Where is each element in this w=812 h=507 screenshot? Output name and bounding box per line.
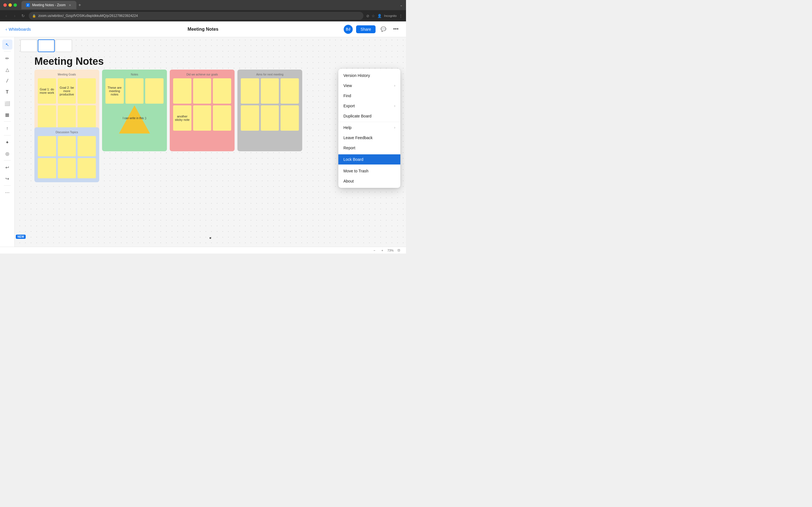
- menu-item-help[interactable]: Help ›: [338, 122, 400, 133]
- tab-close-button[interactable]: ✕: [68, 3, 72, 7]
- main-area: ↖ ✏ △ / T ⬜ ▦ ↑ ✦ ◎ ↩ ↪ ⋯ Meeting Notes: [0, 37, 406, 247]
- sticky-achieved-1[interactable]: [173, 78, 192, 104]
- sticky-notes-2[interactable]: [125, 78, 144, 104]
- new-tab-button[interactable]: +: [77, 2, 83, 8]
- frame-tool[interactable]: ⬜: [2, 98, 12, 108]
- sticky-goal-4[interactable]: [38, 105, 56, 131]
- more-options-button[interactable]: •••: [391, 25, 400, 34]
- sticky-aims-6[interactable]: [281, 105, 299, 131]
- card-thumb-2[interactable]: [38, 40, 55, 52]
- menu-item-view[interactable]: View ›: [338, 80, 400, 91]
- minimize-traffic-light[interactable]: [8, 3, 12, 7]
- header-right-actions: DJ Share 💬 •••: [344, 25, 400, 34]
- fit-to-screen-button[interactable]: ⊡: [396, 247, 402, 253]
- sticky-aims-4[interactable]: [241, 105, 259, 131]
- smart-tool[interactable]: ✦: [2, 137, 12, 147]
- sticky-disc-2[interactable]: [58, 136, 76, 156]
- section-achieved-label: Did we achieve our goals: [173, 73, 231, 76]
- section-discussion: Discussion Topics: [35, 127, 99, 182]
- triangle-sticky[interactable]: I can write in this :): [119, 105, 150, 133]
- sticky-achieved-3[interactable]: [213, 78, 231, 104]
- sticky-achieved-5[interactable]: [193, 105, 211, 131]
- sticky-disc-6[interactable]: [78, 158, 96, 178]
- sticky-disc-3[interactable]: [78, 136, 96, 156]
- sticky-notes-1[interactable]: These are meeting notes: [105, 78, 124, 104]
- traffic-lights: [3, 3, 17, 7]
- address-input[interactable]: 🔒 zoom.us/wb/doc/_GzqzfVOSIKu9apIdkkuMQ/…: [29, 12, 363, 20]
- menu-item-export[interactable]: Export ›: [338, 101, 400, 111]
- menu-item-leave-feedback[interactable]: Leave Feedback: [338, 133, 400, 143]
- sticky-goal-6[interactable]: [78, 105, 96, 131]
- browser-expand[interactable]: ⌄: [400, 3, 403, 7]
- active-tab[interactable]: Z Meeting Notes - Zoom ✕: [21, 1, 77, 9]
- menu-item-duplicate-board[interactable]: Duplicate Board: [338, 111, 400, 121]
- menu-feedback-label: Leave Feedback: [343, 135, 373, 140]
- upload-tool[interactable]: ↑: [2, 123, 12, 133]
- sticky-achieved-6[interactable]: [213, 105, 231, 131]
- sticky-disc-4[interactable]: [38, 158, 56, 178]
- share-button[interactable]: Share: [356, 25, 375, 33]
- text-tool[interactable]: T: [2, 87, 12, 97]
- profile-icon[interactable]: 👤: [377, 14, 382, 18]
- forward-button[interactable]: ›: [12, 13, 17, 18]
- sticky-achieved-2[interactable]: [193, 78, 211, 104]
- browser-chrome: Z Meeting Notes - Zoom ✕ + ⌄: [0, 0, 406, 10]
- sticky-goal-5[interactable]: [58, 105, 76, 131]
- menu-help-chevron: ›: [394, 126, 395, 129]
- sticky-aims-2[interactable]: [261, 78, 279, 104]
- sticky-notes-3[interactable]: [145, 78, 163, 104]
- close-traffic-light[interactable]: [3, 3, 7, 7]
- line-tool[interactable]: /: [2, 76, 12, 86]
- menu-separator-2: [338, 154, 400, 154]
- url-text: zoom.us/wb/doc/_GzqzfVOSIKu9apIdkkuMQ/p/…: [38, 14, 138, 18]
- sticky-disc-1[interactable]: [38, 136, 56, 156]
- back-to-whiteboards[interactable]: ‹ Whiteboards: [6, 27, 31, 32]
- card-thumb-3[interactable]: [55, 40, 72, 52]
- sticky-aims-3[interactable]: [281, 78, 299, 104]
- redo-button[interactable]: ↪: [2, 173, 12, 184]
- zoom-out-button[interactable]: −: [371, 247, 377, 253]
- tab-favicon: Z: [26, 3, 30, 7]
- menu-item-find[interactable]: Find: [338, 91, 400, 101]
- select-tool[interactable]: ↖: [2, 40, 12, 50]
- toolbar-separator-3: [4, 135, 11, 135]
- bottom-bar: − + 73% ⊡: [0, 247, 406, 253]
- menu-export-label: Export: [343, 104, 355, 108]
- cast-icon[interactable]: ⊘: [366, 14, 369, 18]
- bookmark-icon[interactable]: ☆: [371, 14, 375, 18]
- canvas-area[interactable]: Meeting Notes Meeting Goals Goal 1: do m…: [15, 37, 406, 247]
- zoom-level[interactable]: 73%: [388, 249, 394, 252]
- comments-button[interactable]: 💬: [379, 25, 388, 34]
- menu-item-report[interactable]: Report: [338, 143, 400, 153]
- back-button[interactable]: ‹: [3, 13, 9, 18]
- card-thumb-1[interactable]: [20, 40, 37, 52]
- shape-tool[interactable]: △: [2, 64, 12, 75]
- template-tool[interactable]: ▦: [2, 110, 12, 120]
- refresh-button[interactable]: ↻: [20, 13, 26, 18]
- sticky-goal-2[interactable]: Goal 2: be more productive: [58, 78, 76, 104]
- section-goals-label: Meeting Goals: [38, 73, 96, 76]
- toolbar-separator-1: [4, 51, 11, 52]
- menu-item-move-to-trash[interactable]: Move to Trash: [338, 166, 400, 176]
- menu-item-version-history[interactable]: Version History: [338, 70, 400, 80]
- menu-item-about[interactable]: About: [338, 176, 400, 186]
- menu-dots-icon[interactable]: ⋮: [399, 14, 403, 18]
- sticky-aims-5[interactable]: [261, 105, 279, 131]
- address-actions: ⊘ ☆ 👤 Incognito ⋮: [366, 14, 403, 18]
- zoom-in-button[interactable]: +: [379, 247, 385, 253]
- stamp-tool[interactable]: ◎: [2, 149, 12, 159]
- sticky-aims-1[interactable]: [241, 78, 259, 104]
- sticky-achieved-special[interactable]: another sticky note: [173, 105, 192, 131]
- sticky-disc-5[interactable]: [58, 158, 76, 178]
- sticky-goal-1[interactable]: Goal 1: do more work: [38, 78, 56, 104]
- menu-lock-label: Lock Board: [343, 157, 363, 162]
- grid-button[interactable]: ⋯: [2, 187, 12, 198]
- pen-tool[interactable]: ✏: [2, 53, 12, 63]
- menu-view-chevron: ›: [394, 83, 395, 88]
- undo-button[interactable]: ↩: [2, 162, 12, 172]
- sticky-goal-3[interactable]: [78, 78, 96, 104]
- menu-find-label: Find: [343, 94, 351, 98]
- menu-item-lock-board[interactable]: Lock Board: [338, 154, 400, 165]
- user-avatar[interactable]: DJ: [344, 25, 353, 34]
- maximize-traffic-light[interactable]: [13, 3, 17, 7]
